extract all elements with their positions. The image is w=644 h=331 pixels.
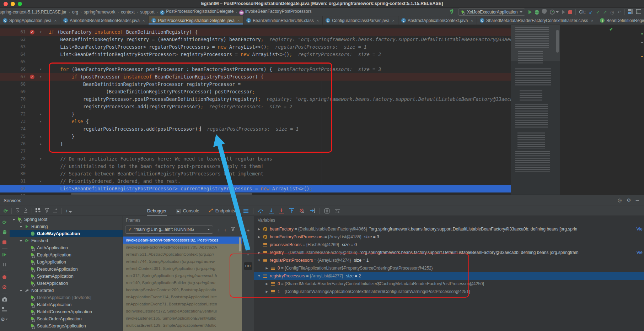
run-configuration-select[interactable]: XxlJobExecutorApplication bbox=[458, 9, 525, 16]
code-text[interactable]: // uninitialized to let the bean factory… bbox=[49, 163, 264, 170]
code-text[interactable]: // Do not initialize FactoryBeans here: … bbox=[49, 155, 272, 163]
chevron-down-icon[interactable] bbox=[12, 219, 15, 221]
variable-row-regularPostProcessors[interactable]: ▼regularPostProcessors={ArrayList@4274}s… bbox=[254, 256, 644, 264]
expand-all-icon[interactable] bbox=[15, 208, 20, 214]
code-text[interactable]: registryProcessor.postProcessBeanDefinit… bbox=[49, 96, 511, 103]
view-breakpoints-icon[interactable] bbox=[0, 272, 9, 282]
code-line-63[interactable]: 63 List<BeanFactoryPostProcessor> regula… bbox=[0, 43, 511, 51]
coverage-button[interactable] bbox=[542, 9, 547, 15]
breakpoint-icon[interactable]: ✓ bbox=[30, 75, 34, 79]
breadcrumb-item[interactable]: minvokeBeanFactoryPostProcessors bbox=[238, 9, 312, 15]
rerun-icon[interactable]: ⟳ bbox=[4, 208, 8, 213]
close-icon[interactable]: × bbox=[237, 18, 240, 23]
code-line-69[interactable]: 69 (BeanDefinitionRegistryPostProcessor)… bbox=[0, 88, 511, 96]
mute-breakpoints-icon[interactable] bbox=[0, 282, 9, 292]
stack-frame-row[interactable]: invokeListener:165, SimpleApplicationEve… bbox=[123, 315, 242, 322]
thread-dump-camera-icon[interactable] bbox=[0, 294, 9, 304]
code-text[interactable]: List<BeanFactoryPostProcessor> regularPo… bbox=[49, 43, 367, 51]
code-line-65[interactable]: 65 bbox=[0, 58, 511, 66]
code-line-76[interactable]: 76▴ } bbox=[0, 140, 511, 148]
service-item-spring-boot[interactable]: Spring Boot bbox=[10, 216, 123, 223]
evaluate-expression-icon[interactable] bbox=[324, 208, 330, 214]
service-item-running[interactable]: Running bbox=[10, 223, 123, 230]
tab-debugger[interactable]: Debugger bbox=[147, 206, 167, 216]
variable-row-0[interactable]: ▶0={SharedMetadataReaderFactoryContextIn… bbox=[254, 280, 644, 288]
terminal-panel-icon[interactable] bbox=[636, 9, 641, 15]
git-push-icon[interactable]: ↗ bbox=[603, 10, 607, 15]
tab-postprocessorregistrationdelegate-java[interactable]: CPostProcessorRegistrationDelegate.java× bbox=[149, 16, 243, 25]
service-item-logapplication[interactable]: LogApplication bbox=[10, 259, 123, 266]
code-line-66[interactable]: 66▾ for (BeanFactoryPostProcessor postPr… bbox=[0, 66, 511, 73]
service-item-demoapplication[interactable]: DemoApplication[devtools] bbox=[10, 294, 123, 301]
tab-console[interactable]: ▶Console bbox=[176, 206, 199, 216]
run-to-cursor-icon[interactable] bbox=[309, 208, 315, 214]
stop-button[interactable] bbox=[568, 10, 572, 14]
code-text[interactable]: } bbox=[49, 133, 75, 140]
force-step-into-icon[interactable] bbox=[278, 208, 284, 214]
step-over-icon[interactable] bbox=[258, 208, 264, 214]
service-item-finished[interactable]: ⟳Finished bbox=[10, 237, 123, 244]
service-item-seataorderapplication[interactable]: SeataOrderApplication bbox=[10, 315, 123, 322]
code-text[interactable]: BeanDefinitionRegistry registry = (BeanD… bbox=[49, 36, 511, 43]
git-commit-icon[interactable]: ✓ bbox=[596, 10, 600, 15]
fold-marker-icon[interactable]: ▾ bbox=[40, 73, 42, 81]
stack-frame-row[interactable]: doInvokeListener:172, SimpleApplicationE… bbox=[123, 308, 242, 315]
code-text[interactable]: } bbox=[49, 110, 75, 118]
code-text[interactable]: BeanDefinitionRegistryPostProcessor regi… bbox=[49, 81, 241, 88]
chevron-down-icon[interactable] bbox=[20, 240, 22, 242]
service-item-rabbitapplication[interactable]: RabbitApplication bbox=[10, 301, 123, 308]
code-line-61[interactable]: 61✓▾if (beanFactory instanceof BeanDefin… bbox=[0, 28, 511, 36]
group-by-icon[interactable] bbox=[36, 208, 41, 214]
add-service-frame-icon[interactable] bbox=[53, 208, 58, 214]
code-text[interactable]: regularPostProcessors.add(postProcessor)… bbox=[49, 125, 299, 133]
resume-program-icon[interactable] bbox=[0, 250, 9, 260]
code-text[interactable]: // PriorityOrdered, Ordered, and the res… bbox=[49, 178, 181, 185]
hide-panel-icon[interactable]: ─ bbox=[636, 197, 639, 203]
stack-frame-row[interactable]: refresh:744, SpringApplication (org.spri… bbox=[123, 258, 242, 265]
fold-marker-icon[interactable]: ▴ bbox=[40, 178, 42, 185]
rollback-icon[interactable]: ↶ bbox=[617, 10, 621, 15]
stack-frame-row[interactable]: invokeBeanFactoryPostProcessors:705, Abs… bbox=[123, 244, 242, 251]
gear-icon[interactable]: ⚙ bbox=[627, 197, 631, 203]
code-line-71[interactable]: 71 registryProcessors.add(registryProces… bbox=[0, 103, 511, 110]
run-button[interactable] bbox=[528, 10, 532, 14]
layout-settings-icon[interactable] bbox=[243, 208, 249, 214]
settings-gear-icon[interactable]: ⚙ bbox=[0, 314, 9, 324]
code-text[interactable]: for (BeanFactoryPostProcessor postProces… bbox=[49, 66, 381, 73]
stop-icon[interactable] bbox=[0, 237, 9, 247]
frames-scrollbar[interactable] bbox=[239, 237, 241, 251]
code-line-78[interactable]: 78▾ // Do not initialize FactoryBeans he… bbox=[0, 155, 511, 163]
service-item-not-started[interactable]: Not Started bbox=[10, 287, 123, 294]
code-line-70[interactable]: 70 registryProcessor.postProcessBeanDefi… bbox=[0, 96, 511, 103]
variable-row-processedBeans[interactable]: processedBeans={HashSet@4269}size = 0 bbox=[254, 241, 644, 249]
service-item-resourceapplication[interactable]: ResourceApplication bbox=[10, 266, 123, 273]
profiler-button[interactable] bbox=[550, 10, 559, 15]
stack-frame-row[interactable]: invokeBeanFactoryPostProcessors:82, Post… bbox=[123, 237, 242, 244]
tab-annotatedbeandefinitionreader-java[interactable]: CAnnotatedBeanDefinitionReader.java× bbox=[60, 16, 149, 25]
fold-marker-icon[interactable]: ▴ bbox=[40, 110, 42, 118]
code-text[interactable]: registryProcessors.add(registryProcessor… bbox=[49, 103, 292, 110]
chevron-right-icon[interactable]: ▶ bbox=[257, 235, 261, 239]
add-icon[interactable]: + bbox=[65, 208, 72, 214]
drop-frame-icon[interactable] bbox=[299, 208, 305, 214]
rerun-program-icon[interactable]: ⟳ bbox=[0, 217, 9, 227]
close-icon[interactable]: × bbox=[471, 18, 473, 23]
chevron-right-icon[interactable]: ▶ bbox=[265, 282, 269, 286]
code-line-79[interactable]: 79 // uninitialized to let the bean fact… bbox=[0, 163, 511, 170]
service-item-authapplication[interactable]: AuthApplication bbox=[10, 244, 123, 251]
variable-row-beanFactoryPostProcessors[interactable]: ▶pbeanFactoryPostProcessors={ArrayList@4… bbox=[254, 233, 644, 241]
chevron-right-icon[interactable]: ▶ bbox=[257, 227, 261, 231]
breadcrumb-item[interactable]: CPostProcessorRegistrationDelegate bbox=[159, 9, 234, 15]
close-icon[interactable]: × bbox=[591, 18, 593, 23]
fold-marker-icon[interactable]: ▾ bbox=[40, 28, 42, 36]
show-watches-toggle[interactable]: OO bbox=[244, 262, 252, 270]
fold-marker-icon[interactable]: ▴ bbox=[40, 140, 42, 148]
stack-frame-row[interactable]: onApplicationEvent:71, BootstrapApplicat… bbox=[123, 300, 242, 308]
chevron-down-icon[interactable] bbox=[20, 226, 22, 228]
build-hammer-icon[interactable] bbox=[450, 9, 455, 15]
code-text[interactable]: (BeanDefinitionRegistryPostProcessor) po… bbox=[49, 88, 255, 96]
code-line-80[interactable]: 80 // Separate between BeanDefinitionReg… bbox=[0, 170, 511, 178]
breadcrumb-item[interactable]: support bbox=[140, 10, 155, 15]
stack-frame-row[interactable]: multicastEvent:127, SimpleApplicationEve… bbox=[123, 329, 242, 331]
stack-frame-row[interactable]: run:140, SpringApplicationBuilder (org.s… bbox=[123, 279, 242, 286]
